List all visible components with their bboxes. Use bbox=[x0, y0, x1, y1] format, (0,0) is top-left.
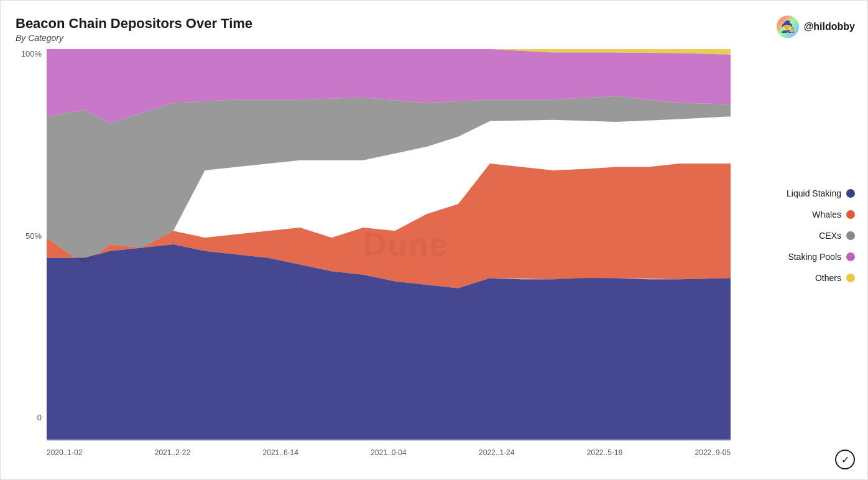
legend-label-others: Others bbox=[815, 273, 841, 283]
legend-item-liquid-staking: Liquid Staking bbox=[743, 188, 855, 198]
legend-item-whales: Whales bbox=[743, 210, 855, 219]
legend-label-whales: Whales bbox=[812, 210, 841, 219]
legend-label-cexs: CEXs bbox=[819, 231, 841, 241]
chart-and-legend: Dune 2020..1-02 2021..2-22 2021..6-14 20… bbox=[47, 49, 855, 441]
y-label-50: 50% bbox=[25, 231, 42, 241]
x-label-1: 2021..2-22 bbox=[155, 448, 190, 457]
legend-dot-whales bbox=[846, 210, 855, 219]
legend-label-liquid-staking: Liquid Staking bbox=[787, 188, 841, 198]
legend-dot-staking-pools bbox=[846, 252, 855, 261]
avatar: 🧙 bbox=[777, 16, 799, 38]
legend-item-others: Others bbox=[743, 273, 855, 283]
chart-area: 100% 50% 0 bbox=[16, 49, 855, 441]
x-label-5: 2022..5-16 bbox=[587, 448, 622, 457]
legend: Liquid Staking Whales CEXs Staking Pools… bbox=[731, 49, 855, 441]
y-label-0: 0 bbox=[37, 413, 42, 422]
chart-header: Beacon Chain Depositors Over Time By Cat… bbox=[16, 16, 855, 43]
x-label-3: 2021..0-04 bbox=[371, 448, 406, 457]
legend-dot-liquid-staking bbox=[846, 189, 855, 198]
chart-svg bbox=[47, 49, 731, 440]
legend-dot-others bbox=[846, 274, 855, 282]
page-container: Beacon Chain Depositors Over Time By Cat… bbox=[0, 0, 868, 480]
chart-wrapper: Dune 2020..1-02 2021..2-22 2021..6-14 20… bbox=[47, 49, 731, 441]
legend-dot-cexs bbox=[846, 231, 855, 240]
legend-item-staking-pools: Staking Pools bbox=[743, 252, 855, 262]
x-label-4: 2022..1-24 bbox=[479, 448, 514, 457]
legend-label-staking-pools: Staking Pools bbox=[788, 252, 841, 262]
x-label-0: 2020..1-02 bbox=[47, 448, 82, 457]
main-title: Beacon Chain Depositors Over Time bbox=[16, 16, 252, 32]
author-block: 🧙 @hildobby bbox=[777, 16, 855, 38]
x-axis: 2020..1-02 2021..2-22 2021..6-14 2021..0… bbox=[47, 448, 731, 457]
title-block: Beacon Chain Depositors Over Time By Cat… bbox=[16, 16, 252, 43]
checkmark-symbol: ✓ bbox=[841, 454, 849, 466]
x-label-2: 2021..6-14 bbox=[263, 448, 298, 457]
y-axis: 100% 50% 0 bbox=[16, 49, 47, 441]
subtitle: By Category bbox=[16, 33, 252, 43]
y-label-100: 100% bbox=[21, 49, 42, 58]
author-name: @hildobby bbox=[804, 21, 855, 32]
legend-item-cexs: CEXs bbox=[743, 231, 855, 241]
checkmark-icon[interactable]: ✓ bbox=[835, 450, 855, 469]
x-label-6: 2022..9-05 bbox=[695, 448, 731, 457]
